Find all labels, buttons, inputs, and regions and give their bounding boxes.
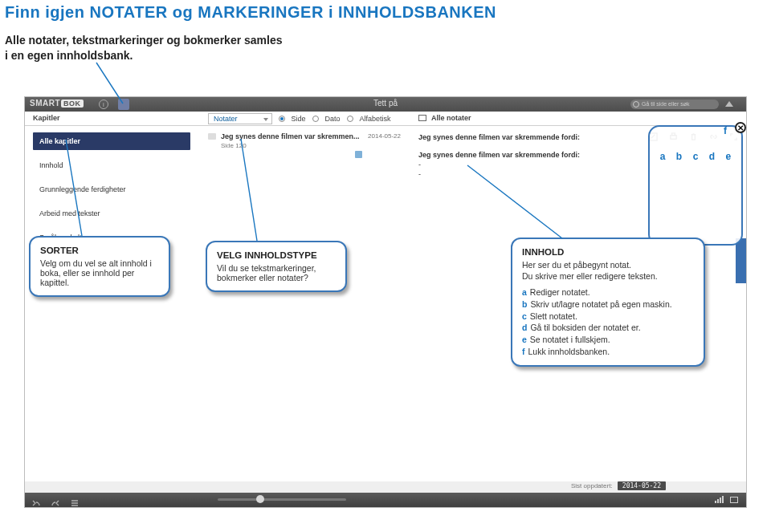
note-date: 2014-05-22 xyxy=(368,132,401,140)
callout-sorter: SORTER Velg om du vel se alt innhold i b… xyxy=(29,236,170,297)
fullscreen-icon[interactable] xyxy=(729,132,738,141)
bottom-toolbar xyxy=(25,493,746,507)
book-title: Tett på xyxy=(373,99,398,108)
status-bar: Sist oppdatert: 2014-05-22 xyxy=(25,481,746,493)
note-icon xyxy=(208,133,216,140)
chapters-heading: Kapitler xyxy=(33,114,60,122)
svg-rect-1 xyxy=(671,136,676,140)
printer-icon xyxy=(418,115,426,121)
sidebar-item-arbeid[interactable]: Arbeid med tekster xyxy=(33,205,190,222)
radio-side[interactable] xyxy=(279,116,285,122)
callout-innhold: INNHOLD Her ser du et påbegynt notat.Du … xyxy=(511,238,705,367)
sidebar-item-innhold[interactable]: Innhold xyxy=(33,156,190,174)
smart-tab[interactable]: Smartoppslag xyxy=(736,238,747,283)
note-list-item[interactable]: Jeg synes denne filmen var skremmen... 2… xyxy=(208,132,401,149)
slider-thumb[interactable] xyxy=(256,495,264,503)
radio-alfabetisk[interactable] xyxy=(347,116,353,122)
svg-rect-2 xyxy=(672,133,675,136)
sidebar-item-grunnleggende[interactable]: Grunnleggende ferdigheter xyxy=(33,181,190,198)
radio-dato[interactable] xyxy=(312,116,319,122)
fullscreen-toggle-icon[interactable] xyxy=(730,497,738,503)
note-page: Side 120 xyxy=(221,142,401,149)
sidebar-item-allekapitler[interactable]: Alle kapitler xyxy=(33,132,190,150)
svg-rect-0 xyxy=(650,133,657,140)
app-topbar: SMARTBOK i Tett på Gå til side eller søk xyxy=(25,97,746,112)
page-subtitle: Alle notater, tekstmarkeringer og bokmer… xyxy=(0,22,345,63)
contentbank-icon[interactable] xyxy=(118,99,129,110)
edit-icon[interactable] xyxy=(649,132,658,141)
redo-icon[interactable] xyxy=(51,496,60,504)
chapter-sidebar: Alle kapitler Innhold Grunnleggende ferd… xyxy=(33,132,190,246)
type-select[interactable]: Notater xyxy=(208,113,272,124)
undo-icon[interactable] xyxy=(31,496,41,504)
note-title: Jeg synes denne filmen var skremmen... xyxy=(221,132,368,140)
filter-bar: Kapitler Notater Side Dato Alfabetisk Al… xyxy=(25,112,746,126)
note-view-heading: Jeg synes denne filmen var skremmende fo… xyxy=(418,133,580,141)
note-list: Jeg synes denne filmen var skremmen... 2… xyxy=(208,132,401,158)
list-icon[interactable] xyxy=(70,496,80,504)
link-icon[interactable] xyxy=(709,132,718,141)
print-all[interactable]: Alle notater xyxy=(418,114,471,122)
collapse-icon[interactable] xyxy=(725,101,733,107)
note-view: Jeg synes denne filmen var skremmende fo… xyxy=(418,132,738,178)
page-slider[interactable] xyxy=(218,498,346,501)
note-body[interactable]: Jeg synes denne filmen var skremmende fo… xyxy=(418,151,738,178)
callout-velg: VELG INNHOLDSTYPE Vil du se tekstmarkeri… xyxy=(206,241,347,292)
search-input[interactable]: Gå til side eller søk xyxy=(630,99,719,109)
brand-logo: SMARTBOK xyxy=(30,99,84,108)
delete-icon[interactable] xyxy=(689,132,698,141)
page-title: Finn igjen NOTATER og MARKERINGER i INNH… xyxy=(0,0,771,22)
print-icon[interactable] xyxy=(669,132,678,141)
note-checkbox[interactable] xyxy=(355,151,362,158)
volume-icon[interactable] xyxy=(715,496,724,503)
info-icon[interactable]: i xyxy=(99,99,108,109)
